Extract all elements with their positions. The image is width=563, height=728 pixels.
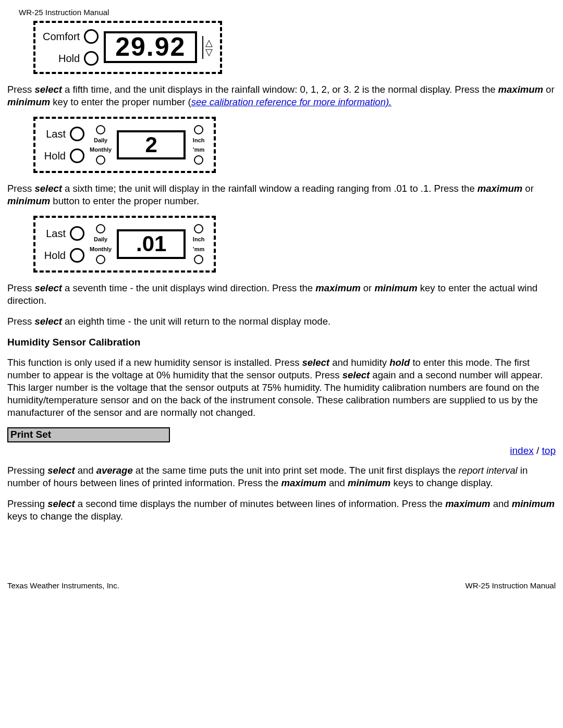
indicator-ring-icon bbox=[70, 226, 84, 241]
indicator-ring-icon bbox=[84, 29, 99, 44]
keyword-select: select bbox=[34, 282, 62, 293]
text: keys to change display. bbox=[390, 477, 493, 488]
indicator-ring-icon bbox=[96, 224, 105, 233]
footer-right: WR-25 Instruction Manual bbox=[466, 581, 556, 591]
text: keys to change the display. bbox=[7, 511, 123, 522]
text: or bbox=[361, 282, 375, 293]
keyword-maximum: maximum bbox=[498, 84, 543, 95]
text: and bbox=[326, 477, 348, 488]
text: and humidity bbox=[329, 357, 389, 368]
label-comfort: Comfort bbox=[43, 30, 80, 43]
paragraph: Pressing select a second time displays t… bbox=[7, 498, 556, 523]
keyword-select: select bbox=[342, 369, 370, 380]
text: or bbox=[522, 183, 534, 194]
indicator-ring-icon bbox=[194, 255, 203, 264]
text: and bbox=[491, 498, 512, 509]
keyword-hold: hold bbox=[389, 357, 410, 368]
keyword-select: select bbox=[34, 84, 62, 95]
text: a seventh time - the unit displays wind … bbox=[62, 282, 315, 293]
text: Pressing bbox=[7, 498, 47, 509]
lcd-left-labels: Last Hold bbox=[43, 127, 84, 163]
text: Press bbox=[7, 84, 34, 95]
label-hold: Hold bbox=[44, 249, 66, 262]
nav-links: index / top bbox=[7, 445, 556, 458]
keyword-maximum: maximum bbox=[445, 498, 490, 509]
link-calibration-reference[interactable]: see calibration reference for more infor… bbox=[191, 96, 392, 107]
label-inch: Inch bbox=[193, 236, 205, 243]
indicator-ring-icon bbox=[96, 155, 105, 165]
keyword-maximum: maximum bbox=[478, 183, 522, 194]
label-mm: 'mm bbox=[193, 245, 204, 253]
label-last: Last bbox=[46, 227, 66, 240]
text: Press bbox=[7, 183, 34, 194]
indicator-ring-icon bbox=[194, 224, 203, 233]
label-daily: Daily bbox=[94, 137, 107, 144]
indicator-ring-icon bbox=[70, 248, 84, 263]
text: and bbox=[75, 465, 96, 476]
arrow-up-icon: △ bbox=[205, 38, 213, 47]
keyword-minimum: minimum bbox=[348, 477, 390, 488]
indicator-ring-icon bbox=[96, 125, 105, 134]
keyword-select: select bbox=[34, 316, 62, 327]
keyword-select: select bbox=[47, 498, 75, 509]
keyword-minimum: minimum bbox=[374, 282, 417, 293]
page-header: WR-25 Instruction Manual bbox=[19, 7, 556, 18]
lcd-panel-pressure: Comfort Hold 29.92 △ ▽ bbox=[33, 21, 222, 74]
paragraph: Press select a sixth time; the unit will… bbox=[7, 182, 556, 207]
section-banner-print-set: Print Set bbox=[7, 427, 170, 442]
text: a sixth time; the unit will display in t… bbox=[62, 183, 478, 194]
lcd-mid-labels: Daily Monthly bbox=[90, 224, 112, 264]
heading-humidity-calibration: Humidity Sensor Calibration bbox=[7, 336, 556, 349]
arrow-down-icon: ▽ bbox=[205, 47, 213, 57]
indicator-ring-icon bbox=[194, 155, 203, 165]
footer-left: Texas Weather Instruments, Inc. bbox=[7, 581, 119, 591]
label-monthly: Monthly bbox=[90, 146, 112, 153]
keyword-minimum: minimum bbox=[7, 195, 50, 206]
text: key to enter the proper number ( bbox=[50, 96, 191, 107]
link-top[interactable]: top bbox=[542, 445, 556, 456]
keyword-select: select bbox=[34, 183, 62, 194]
text: an eighth time - the unit will return to… bbox=[62, 316, 331, 327]
emphasis-report-interval: report interval bbox=[459, 465, 518, 476]
label-inch: Inch bbox=[193, 137, 205, 144]
lcd-right-labels: Inch 'mm bbox=[191, 224, 206, 264]
text: a second time displays the number of min… bbox=[75, 498, 446, 509]
label-hold: Hold bbox=[44, 149, 66, 163]
keyword-average: average bbox=[96, 465, 133, 476]
indicator-ring-icon bbox=[84, 51, 99, 66]
paragraph: Press select an eighth time - the unit w… bbox=[7, 315, 556, 328]
label-last: Last bbox=[46, 127, 66, 141]
link-index[interactable]: index bbox=[510, 445, 533, 456]
lcd-left-labels: Last Hold bbox=[43, 226, 84, 263]
text: button to enter the proper number. bbox=[50, 195, 199, 206]
keyword-minimum: minimum bbox=[7, 96, 50, 107]
lcd-mid-labels: Daily Monthly bbox=[90, 125, 112, 165]
keyword-maximum: maximum bbox=[281, 477, 326, 488]
lcd-panel-rainfall-value: Last Hold Daily Monthly .01 Inch 'mm bbox=[33, 216, 216, 273]
lcd-right-labels: Inch 'mm bbox=[191, 125, 206, 165]
text: Press bbox=[7, 316, 34, 327]
paragraph: This function is only used if a new humi… bbox=[7, 356, 556, 419]
lcd-panel-rainfall-mode: Last Hold Daily Monthly 2 Inch 'mm bbox=[33, 117, 216, 174]
page-footer: Texas Weather Instruments, Inc. WR-25 In… bbox=[7, 581, 556, 591]
text: or bbox=[543, 84, 555, 95]
text: This function is only used if a new humi… bbox=[7, 357, 302, 368]
lcd-readout: 29.92 bbox=[104, 31, 197, 63]
keyword-select: select bbox=[47, 465, 75, 476]
label-hold: Hold bbox=[58, 52, 80, 65]
keyword-minimum: minimum bbox=[512, 498, 555, 509]
indicator-ring-icon bbox=[96, 255, 105, 264]
lcd-left-labels: Comfort Hold bbox=[43, 29, 99, 66]
text: Pressing bbox=[7, 465, 47, 476]
up-down-arrows: △ ▽ bbox=[202, 36, 213, 59]
indicator-ring-icon bbox=[70, 127, 84, 141]
paragraph: Pressing select and average at the same … bbox=[7, 464, 556, 489]
label-daily: Daily bbox=[94, 236, 107, 243]
lcd-readout: 2 bbox=[117, 130, 186, 159]
text: a fifth time, and the unit displays in t… bbox=[62, 84, 498, 95]
paragraph: Press select a fifth time, and the unit … bbox=[7, 83, 556, 108]
text: Press bbox=[7, 282, 34, 293]
keyword-maximum: maximum bbox=[315, 282, 360, 293]
keyword-select: select bbox=[302, 357, 329, 368]
lcd-readout: .01 bbox=[117, 229, 186, 258]
